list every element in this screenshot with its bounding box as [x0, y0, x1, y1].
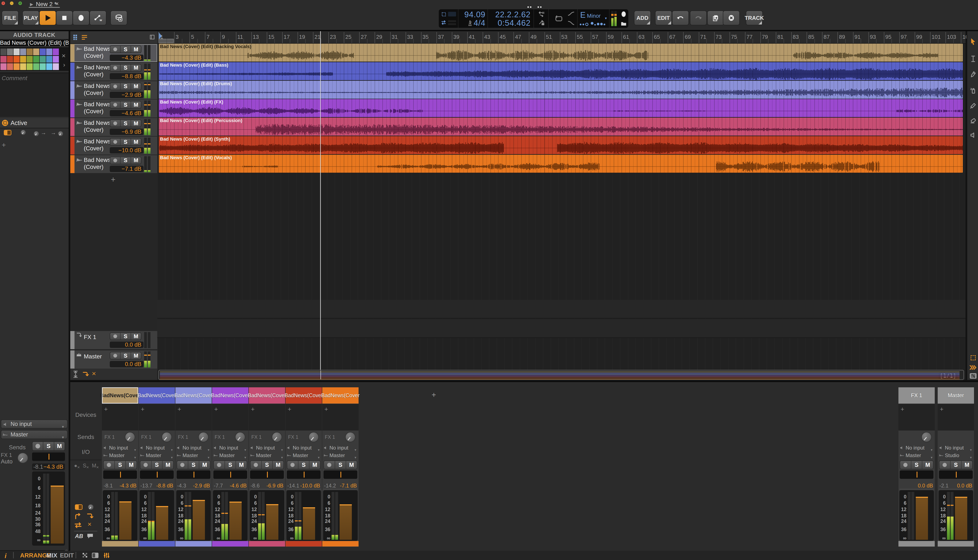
- output-select[interactable]: Master▼: [213, 452, 247, 458]
- time-selection-tool-icon[interactable]: [969, 55, 977, 63]
- record-arm-button[interactable]: [104, 461, 115, 469]
- input-select[interactable]: No input▼: [287, 445, 321, 451]
- sends-area[interactable]: FX 1: [102, 431, 138, 443]
- mute-button[interactable]: M: [131, 102, 141, 108]
- add-device-icon[interactable]: +: [214, 406, 218, 413]
- pan-control[interactable]: [103, 470, 137, 479]
- output-select[interactable]: Master▼: [900, 452, 933, 458]
- track-row[interactable]: Bad News (Cover) S M −7.1 dB: [70, 155, 157, 173]
- output-select[interactable]: Master▼: [177, 452, 211, 458]
- mute-button[interactable]: M: [131, 83, 141, 90]
- punch-out-icon[interactable]: [538, 19, 545, 26]
- color-swatch[interactable]: [27, 63, 33, 70]
- volume-fader[interactable]: [229, 502, 242, 540]
- modulation-out-icon[interactable]: →: [33, 130, 46, 137]
- volume-fader[interactable]: [303, 507, 315, 540]
- browser-folder-icon[interactable]: [621, 21, 627, 26]
- automation-write-button[interactable]: w: [89, 10, 106, 25]
- project-tab-arrow-icon[interactable]: ▶: [30, 2, 33, 7]
- info-icon[interactable]: i: [5, 552, 7, 560]
- sends-area[interactable]: FX 1: [249, 431, 285, 443]
- record-arm-button[interactable]: [110, 138, 120, 145]
- solo-button[interactable]: S: [152, 461, 163, 469]
- pen-tool-icon[interactable]: [969, 70, 977, 78]
- solo-button[interactable]: S: [225, 461, 236, 469]
- remove-channel-icon[interactable]: ×: [88, 520, 92, 528]
- send-knob[interactable]: [345, 432, 356, 442]
- add-device-icon[interactable]: +: [324, 406, 328, 413]
- pan-control[interactable]: [32, 452, 65, 461]
- track-row[interactable]: Bad News (Cover) S M −10.0 dB: [70, 137, 157, 155]
- color-swatch[interactable]: [20, 48, 26, 55]
- sends-area[interactable]: FX 1: [139, 431, 175, 443]
- palette-clear-icon[interactable]: ×: [62, 52, 66, 60]
- add-device-icon[interactable]: +: [940, 406, 944, 413]
- modulation-in-icon[interactable]: →: [51, 130, 64, 137]
- color-swatch[interactable]: [13, 56, 20, 63]
- close-returns-icon[interactable]: ×: [92, 369, 96, 378]
- add-device-icon[interactable]: +: [901, 406, 904, 413]
- record-arm-button[interactable]: [140, 461, 152, 469]
- device-area[interactable]: +: [176, 404, 212, 430]
- solo-button[interactable]: S: [298, 461, 309, 469]
- volume-fader[interactable]: [156, 506, 168, 540]
- tempo-value[interactable]: 94.09: [464, 10, 485, 19]
- add-device-icon[interactable]: +: [177, 406, 181, 413]
- send-knob[interactable]: [198, 432, 209, 442]
- mute-button[interactable]: M: [131, 65, 141, 71]
- close-window-button[interactable]: ×: [2, 2, 5, 5]
- color-swatch[interactable]: [53, 48, 59, 55]
- pan-control[interactable]: [177, 470, 211, 479]
- output-select[interactable]: Master▼: [103, 452, 137, 458]
- mute-button[interactable]: M: [54, 442, 65, 450]
- device-area[interactable]: +: [212, 404, 248, 430]
- solo-button[interactable]: S: [43, 442, 54, 450]
- output-select[interactable]: Master▼: [250, 452, 284, 458]
- show-returns-icon[interactable]: [82, 371, 89, 377]
- track-row[interactable]: Bad News (Cover) S M −8.8 dB: [70, 63, 157, 80]
- knife-tool-icon[interactable]: [969, 102, 977, 110]
- tempo-section[interactable]: 94.09 4/4: [458, 9, 488, 28]
- record-arm-button[interactable]: [177, 461, 188, 469]
- strip-meter[interactable]: 0612182436∞: [250, 490, 284, 541]
- mixer-strip[interactable]: BadNews(Cover + FX 1 No input▼ Master▼ S…: [249, 387, 285, 547]
- solo-button[interactable]: S: [911, 461, 923, 469]
- output-select[interactable]: Master▼: [140, 452, 174, 458]
- record-arm-button[interactable]: [110, 352, 120, 359]
- position-section[interactable]: 22.2.2.62 0:54.462: [488, 9, 534, 28]
- volume-readout[interactable]: -14.1 -10.0 dB: [287, 483, 321, 488]
- input-select[interactable]: No input▼: [900, 445, 933, 451]
- panel-resize-notch[interactable]: [65, 549, 69, 551]
- add-track-button[interactable]: +: [111, 175, 115, 184]
- input-select[interactable]: No input▼: [213, 445, 247, 451]
- sends-area[interactable]: FX 1: [176, 431, 212, 443]
- volume-fader[interactable]: [51, 485, 64, 543]
- track-volume-field[interactable]: −8.8 dB: [110, 73, 144, 80]
- strip-meter[interactable]: 0612182436∞: [176, 490, 211, 541]
- record-arm-button[interactable]: [110, 65, 120, 71]
- device-area[interactable]: +: [286, 404, 322, 430]
- loop-icon[interactable]: [555, 15, 563, 23]
- mixer-strip-name[interactable]: BadNews(Cover: [322, 387, 359, 403]
- mixer-strip[interactable]: BadNews(Cover + FX 1 No input▼ Master▼ S…: [286, 387, 322, 547]
- color-swatch[interactable]: [13, 63, 20, 70]
- pan-control[interactable]: [324, 470, 357, 479]
- sends-area[interactable]: [938, 431, 974, 443]
- ab-compare-icon[interactable]: AB: [75, 533, 83, 540]
- device-area[interactable]: +: [249, 404, 285, 430]
- device-area[interactable]: +: [938, 404, 974, 430]
- fx-return-lane[interactable]: [157, 300, 966, 318]
- track-row[interactable]: Bad News (Cover) S M −4.3 dB: [70, 44, 157, 62]
- mixer-strip[interactable]: BadNews(Cover + FX 1 No input▼ Master▼ S…: [176, 387, 212, 547]
- add-device-icon[interactable]: +: [141, 406, 145, 413]
- volume-readout[interactable]: -7.7 -4.6 dB: [213, 483, 247, 488]
- volume-fader[interactable]: [119, 502, 132, 540]
- undo-button[interactable]: [672, 10, 689, 25]
- add-parameter-icon[interactable]: +: [2, 141, 6, 149]
- pan-control[interactable]: [213, 470, 247, 479]
- return-track-row[interactable]: Master S M 0.0 dB: [70, 350, 157, 368]
- clear-arm-icon[interactable]: ●×: [74, 463, 80, 468]
- device-area[interactable]: +: [898, 404, 935, 430]
- color-swatch[interactable]: [13, 48, 20, 55]
- solo-button[interactable]: S: [120, 138, 131, 145]
